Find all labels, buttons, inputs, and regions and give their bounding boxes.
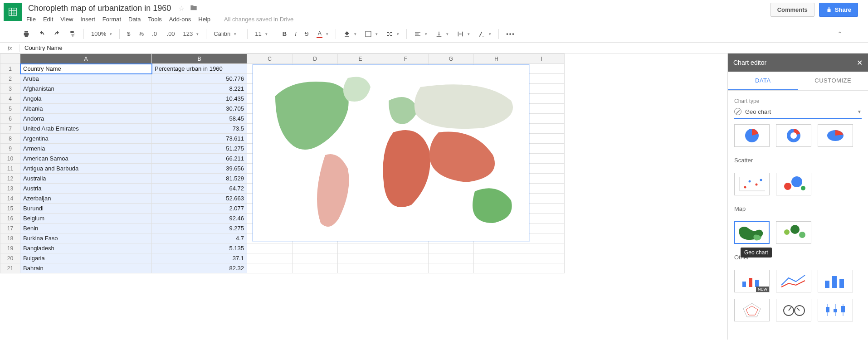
row-header[interactable]: 6 <box>0 114 20 124</box>
menu-view[interactable]: View <box>60 16 73 23</box>
menu-help[interactable]: Help <box>198 16 210 23</box>
menu-addons[interactable]: Add-ons <box>169 16 191 23</box>
row-header[interactable]: 13 <box>0 184 20 194</box>
cell[interactable]: Australia <box>20 174 152 184</box>
cell[interactable]: 39.656 <box>152 164 247 174</box>
cell[interactable]: Bulgaria <box>20 253 152 263</box>
print-icon[interactable] <box>20 29 33 39</box>
select-all-corner[interactable] <box>0 54 20 64</box>
cell[interactable]: Benin <box>20 224 152 233</box>
close-icon[interactable]: ✕ <box>857 58 863 67</box>
paint-format-icon[interactable] <box>66 29 79 39</box>
cell[interactable]: Bangladesh <box>20 243 152 253</box>
cell[interactable]: 5.135 <box>152 243 247 253</box>
menu-file[interactable]: File <box>26 16 36 23</box>
cell[interactable]: Andorra <box>20 114 152 124</box>
number-format-select[interactable]: 123 <box>180 29 202 39</box>
comments-button[interactable]: Comments <box>770 3 814 17</box>
thumb-geo-chart[interactable]: Geo chart <box>734 221 770 244</box>
thumb-combo[interactable]: NEW <box>734 270 770 292</box>
row-header[interactable]: 20 <box>0 253 20 263</box>
text-color-icon[interactable]: A <box>314 28 331 40</box>
cell[interactable]: Armenia <box>20 144 152 154</box>
row-header[interactable]: 5 <box>0 104 20 114</box>
menu-tools[interactable]: Tools <box>148 16 161 23</box>
thumb-column[interactable] <box>818 270 853 292</box>
thumb-donut[interactable] <box>776 124 811 147</box>
cell[interactable]: United Arab Emirates <box>20 124 152 134</box>
font-select[interactable]: Calibri <box>211 29 243 39</box>
cell[interactable]: 66.211 <box>152 154 247 164</box>
cell[interactable]: Burkina Faso <box>20 233 152 243</box>
percent-icon[interactable]: % <box>136 29 146 39</box>
row-header[interactable]: 1 <box>0 64 20 74</box>
cell[interactable]: 73.611 <box>152 134 247 144</box>
col-header-A[interactable]: A <box>20 54 152 64</box>
cell[interactable]: 8.221 <box>152 84 247 94</box>
row-header[interactable]: 16 <box>0 214 20 224</box>
col-header-C[interactable]: C <box>247 54 293 64</box>
cell[interactable]: 64.72 <box>152 184 247 194</box>
thumb-pie[interactable] <box>734 124 770 147</box>
collapse-toolbar-icon[interactable]: ⌃ <box>837 30 848 38</box>
valign-icon[interactable] <box>433 29 451 39</box>
row-header[interactable]: 4 <box>0 94 20 104</box>
wrap-icon[interactable] <box>454 29 473 39</box>
zoom-select[interactable]: 100% <box>88 29 115 39</box>
row-header[interactable]: 7 <box>0 124 20 134</box>
rotate-icon[interactable] <box>475 29 494 39</box>
menu-format[interactable]: Format <box>102 16 121 23</box>
bold-icon[interactable]: B <box>280 29 289 39</box>
row-header[interactable]: 15 <box>0 204 20 214</box>
undo-icon[interactable] <box>35 29 48 39</box>
cell[interactable]: Country Name <box>20 64 152 74</box>
row-header[interactable]: 8 <box>0 134 20 144</box>
cell[interactable]: Antigua and Barbuda <box>20 164 152 174</box>
cell[interactable]: Angola <box>20 94 152 104</box>
halign-icon[interactable] <box>411 29 430 39</box>
spreadsheet-grid[interactable]: A B C D E F G H I 1Country NamePercentag… <box>0 53 727 340</box>
menu-edit[interactable]: Edit <box>43 16 53 23</box>
thumb-gauge[interactable] <box>776 299 811 321</box>
folder-icon[interactable] <box>190 4 197 13</box>
menu-insert[interactable]: Insert <box>80 16 95 23</box>
thumb-geo-markers[interactable] <box>776 221 811 244</box>
cell[interactable]: Albania <box>20 104 152 114</box>
cell[interactable]: 52.663 <box>152 194 247 204</box>
row-header[interactable]: 9 <box>0 144 20 154</box>
tab-customize[interactable]: CUSTOMIZE <box>798 72 868 90</box>
star-icon[interactable]: ☆ <box>178 4 185 13</box>
cell[interactable]: Afghanistan <box>20 84 152 94</box>
cell[interactable]: 81.529 <box>152 174 247 184</box>
cell[interactable]: 50.776 <box>152 74 247 84</box>
cell[interactable]: 51.275 <box>152 144 247 154</box>
cell[interactable]: Belgium <box>20 214 152 224</box>
cell[interactable]: Austria <box>20 184 152 194</box>
table-row[interactable]: 19Bangladesh5.135 <box>0 243 565 253</box>
document-title[interactable]: Choropleth map of urbanization in 1960 <box>26 3 173 14</box>
share-button[interactable]: Share <box>819 3 858 17</box>
menu-data[interactable]: Data <box>128 16 141 23</box>
table-row[interactable]: 20Bulgaria37.1 <box>0 253 565 263</box>
borders-icon[interactable] <box>362 29 380 39</box>
row-header[interactable]: 17 <box>0 224 20 233</box>
col-header-F[interactable]: F <box>383 54 429 64</box>
row-header[interactable]: 19 <box>0 243 20 253</box>
more-icon[interactable]: ••• <box>503 29 518 39</box>
col-header-G[interactable]: G <box>429 54 474 64</box>
row-header[interactable]: 11 <box>0 164 20 174</box>
tab-data[interactable]: DATA <box>728 72 798 90</box>
cell[interactable]: Bahrain <box>20 263 152 273</box>
formula-input[interactable]: Country Name <box>20 44 67 51</box>
font-size-select[interactable]: 11 <box>252 29 270 39</box>
merge-icon[interactable] <box>383 29 402 39</box>
row-header[interactable]: 14 <box>0 194 20 204</box>
embedded-geo-chart[interactable] <box>253 64 529 241</box>
row-header[interactable]: 18 <box>0 233 20 243</box>
cell[interactable]: 30.705 <box>152 104 247 114</box>
cell[interactable]: 92.46 <box>152 214 247 224</box>
fill-color-icon[interactable] <box>341 29 359 39</box>
col-header-I[interactable]: I <box>519 54 565 64</box>
cell[interactable]: Aruba <box>20 74 152 84</box>
cell[interactable]: Burundi <box>20 204 152 214</box>
